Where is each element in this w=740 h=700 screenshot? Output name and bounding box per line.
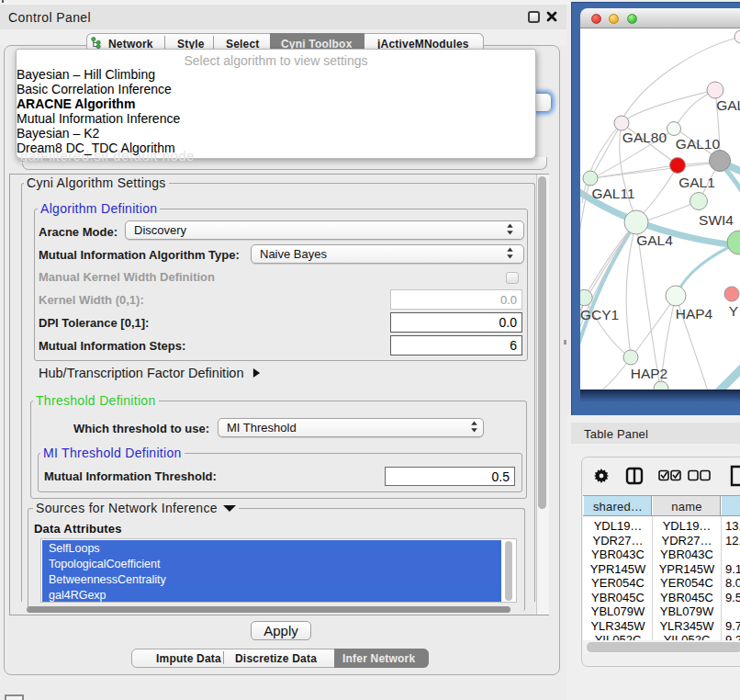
svg-text:HAP4: HAP4: [676, 306, 713, 322]
svg-text:GCY1: GCY1: [580, 307, 619, 322]
svg-text:GAL10: GAL10: [676, 136, 721, 152]
svg-text:Y: Y: [729, 303, 738, 319]
svg-text:GAL11: GAL11: [591, 186, 634, 201]
svg-text:HAP2: HAP2: [631, 366, 668, 381]
svg-text:GAL7: GAL7: [716, 97, 740, 113]
svg-text:GAL80: GAL80: [622, 130, 667, 145]
svg-text:SWI4: SWI4: [699, 212, 734, 228]
svg-text:GAL4: GAL4: [636, 232, 673, 248]
svg-text:GAL1: GAL1: [678, 175, 715, 190]
